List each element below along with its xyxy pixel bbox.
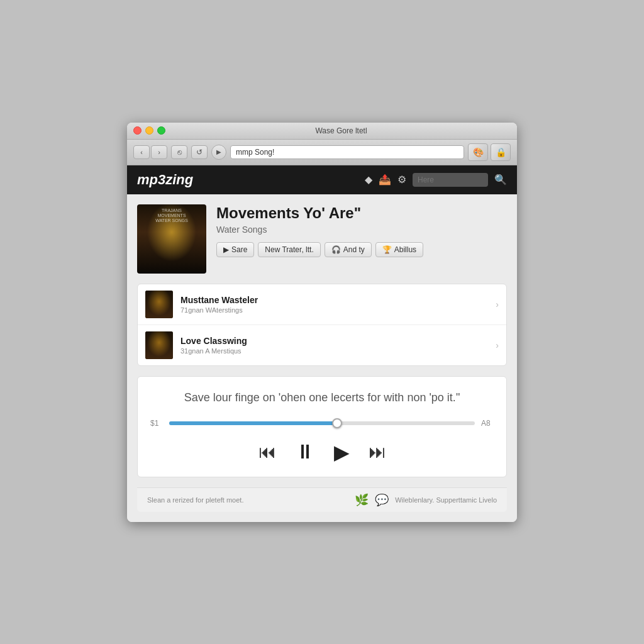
back-button[interactable]: ‹ (133, 145, 150, 159)
play-button[interactable]: ▶ (334, 440, 350, 464)
header-search-input[interactable] (413, 173, 488, 187)
app-header: mp3zing ◆ 📤 ⚙ 🔍 (127, 165, 517, 194)
time-end: A8 (481, 419, 494, 428)
browser-toolbar: ‹ › ⎋ ↺ ▶ 🎨 🔒 (127, 140, 517, 165)
album-art-text1: TRAJANS (162, 208, 182, 213)
diamond-icon[interactable]: ◆ (365, 174, 372, 186)
pause-button[interactable]: ⏸ (295, 440, 315, 464)
minimize-button[interactable] (145, 126, 153, 135)
app-window: Wase Gore ltetl ‹ › ⎋ ↺ ▶ 🎨 🔒 mp3zing ◆ … (127, 123, 517, 522)
player-controls: ⏮ ⏸ ▶ ⏭ (150, 440, 494, 464)
abillus-button[interactable]: 🏆 Abillus (375, 242, 423, 257)
vault-icon[interactable]: 🔒 (491, 143, 511, 161)
address-bar[interactable] (230, 145, 464, 159)
track-list: Musttane Wasteler 71gnan WAterstings › L… (137, 284, 507, 366)
forward-button[interactable]: › (151, 145, 167, 159)
maximize-button[interactable] (157, 126, 165, 135)
footer-right-text: Wileblenlary. Supperttamic Livelo (395, 496, 497, 504)
apps-icon[interactable]: 🎨 (468, 143, 488, 161)
track-title-1: Musttane Wasteler (180, 295, 496, 305)
refresh-button[interactable]: ↺ (191, 145, 208, 159)
track-thumb-1 (145, 291, 173, 318)
track-chevron-1: › (496, 299, 499, 309)
progress-fill (169, 421, 337, 425)
progress-bar[interactable] (169, 421, 475, 425)
and-ty-button[interactable]: 🎧 And ty (325, 242, 372, 257)
track-chevron-2: › (496, 340, 499, 350)
next-button[interactable]: ⏭ (369, 441, 386, 462)
close-button[interactable] (133, 126, 142, 135)
track-info-2: Love Classwing 31gnan A Merstiqus (180, 336, 496, 355)
main-content: TRAJANS MOVEMENTS WATER SONGS Movements … (127, 194, 517, 522)
chat-icon: 💬 (375, 493, 389, 507)
track-item-2[interactable]: Love Classwing 31gnan A Merstiqus › (138, 325, 506, 365)
action-buttons: ▶ Sare New Trater, ltt. 🎧 And ty 🏆 Abill… (216, 242, 507, 257)
nav-buttons: ‹ › (133, 145, 167, 159)
time-start: $1 (150, 419, 163, 428)
player-lyric: Save lour finge on 'ohen one lecerts for… (150, 389, 494, 406)
sare-button[interactable]: ▶ Sare (216, 242, 254, 257)
play-icon: ▶ (334, 440, 350, 464)
traffic-lights (133, 126, 165, 135)
next-icon: ⏭ (369, 441, 386, 462)
track-info-1: Musttane Wasteler 71gnan WAterstings (180, 295, 496, 314)
header-controls: ◆ 📤 ⚙ 🔍 (365, 173, 507, 187)
new-trater-button[interactable]: New Trater, ltt. (258, 242, 320, 257)
album-title: Movements Yo' Are" (216, 204, 507, 222)
album-art-text3: WATER SONGS (155, 218, 188, 223)
window-title: Wase Gore ltetl (172, 126, 511, 135)
title-bar: Wase Gore ltetl (127, 123, 517, 140)
album-subtitle: Water Songs (216, 225, 507, 235)
plug-button[interactable]: ⎋ (171, 145, 187, 159)
prev-button[interactable]: ⏮ (258, 441, 276, 462)
search-icon[interactable]: 🔍 (494, 174, 507, 186)
track-title-2: Love Classwing (180, 336, 496, 346)
player-section: Save lour finge on 'ohen one lecerts for… (137, 376, 507, 477)
gear-icon[interactable]: ⚙ (397, 174, 406, 186)
footer-text: Slean a rerized for pleteft moet. (147, 496, 348, 504)
toolbar-actions: 🎨 🔒 (468, 143, 511, 161)
leaf-icon: 🌿 (355, 493, 369, 507)
progress-row: $1 A8 (150, 419, 494, 428)
album-section: TRAJANS MOVEMENTS WATER SONGS Movements … (137, 204, 507, 274)
track-item[interactable]: Musttane Wasteler 71gnan WAterstings › (138, 284, 506, 325)
track-thumb-2 (145, 331, 173, 359)
album-info: Movements Yo' Are" Water Songs ▶ Sare Ne… (216, 204, 507, 257)
prev-icon: ⏮ (258, 441, 276, 462)
footer-bar: Slean a rerized for pleteft moet. 🌿 💬 Wi… (137, 487, 507, 512)
app-logo: mp3zing (137, 172, 193, 188)
pause-icon: ⏸ (295, 440, 315, 464)
album-art-text2: MOVEMENTS (157, 213, 186, 218)
album-art: TRAJANS MOVEMENTS WATER SONGS (137, 204, 206, 274)
upload-icon[interactable]: 📤 (379, 174, 391, 186)
progress-thumb[interactable] (332, 418, 342, 428)
track-meta-1: 71gnan WAterstings (180, 306, 496, 314)
track-meta-2: 31gnan A Merstiqus (180, 347, 496, 355)
play-toolbar-button[interactable]: ▶ (211, 145, 226, 160)
